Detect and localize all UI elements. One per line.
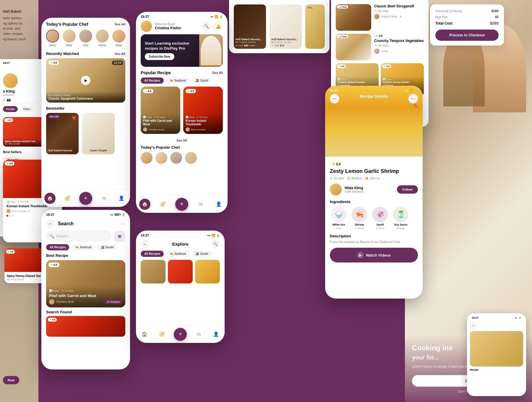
watched-video-card[interactable]: 12:24 ★ 4.8 ▶ By Angela Graham Classic S…: [46, 58, 125, 103]
best-recipe-bookmark[interactable]: 🔖: [118, 262, 123, 267]
see-all-recipes[interactable]: See All: [176, 139, 187, 142]
tiktok-icon[interactable]: ♪: [3, 98, 5, 102]
nav-compass-1[interactable]: 🧭: [62, 193, 73, 204]
korean-author: Elbert Kerluke: [191, 128, 206, 131]
chef-joey: Joey: [79, 30, 92, 47]
soy-img: 🫙: [393, 207, 408, 222]
subscribe-btn[interactable]: Subscribe Now: [145, 53, 174, 60]
explore-back-btn[interactable]: ←: [141, 239, 150, 248]
beef-stroganoff-row[interactable]: 📊 Easy Classic Beef Stroganoff ⏱ 20 mins…: [336, 4, 424, 31]
see-all-popular[interactable]: See All: [212, 71, 223, 74]
best-recipe-card[interactable]: ★ 4.5 🔖 📊 Easy ⏱ 15 mins Pilaf with Carr…: [46, 260, 125, 307]
video-rating-badge: ★ 4.8: [48, 61, 59, 65]
follow-btn[interactable]: Follow: [397, 185, 418, 194]
nav-add-feed[interactable]: +: [175, 198, 188, 211]
explore-search-btn[interactable]: 🔍: [211, 239, 220, 248]
tag-all-search[interactable]: All Recipes: [46, 244, 69, 250]
phone-bookshelf: Half Baked Harvest... By Tieghan Gerard …: [229, 0, 330, 53]
nav-cart-explore[interactable]: 🛍: [193, 329, 204, 340]
nav-compass-feed[interactable]: 🧭: [157, 199, 168, 210]
search-filter-icon[interactable]: ⊞: [114, 231, 125, 242]
nav-user-explore[interactable]: 👤: [210, 329, 222, 340]
nav-home-1[interactable]: 🏠: [44, 193, 56, 204]
search-input-wrapper[interactable]: 🔍 Search...: [46, 231, 112, 242]
book-harvest-top[interactable]: Half Baked Harvest... By Tieghan Gerard …: [234, 4, 266, 49]
tag-all-popular[interactable]: All Recipes: [141, 77, 164, 84]
tag-sushi-explore[interactable]: 🍱Sushi: [192, 251, 212, 257]
nav-add-explore[interactable]: +: [174, 328, 187, 341]
recipe-cards-row: ★ 4.5 📊 Easy ⏱ 15 mins Pilaf with Carrot…: [136, 87, 228, 134]
pilaf-card[interactable]: ★ 4.5 📊 Easy ⏱ 15 mins Pilaf with Carrot…: [141, 87, 180, 134]
heart-icon[interactable]: ❤️: [72, 116, 76, 120]
explore-card-3[interactable]: [195, 260, 220, 283]
book-simple-top[interactable]: Half Baked Harvest... By Tieghan Gerard …: [270, 4, 302, 49]
search-back-btn[interactable]: ←: [46, 219, 55, 228]
detail-back-btn[interactable]: ←: [330, 94, 339, 103]
user-avatar-home: [141, 21, 152, 32]
nav-home-explore[interactable]: 🏠: [139, 329, 150, 340]
tab-recipe[interactable]: Recipe: [3, 106, 18, 112]
promo-banner[interactable]: Start Learning exclusive recipes in DisP…: [141, 34, 223, 67]
search-magnify-icon: 🔍: [50, 234, 54, 239]
explore-card-2[interactable]: [168, 260, 193, 283]
nav-cart-feed[interactable]: 🛍: [195, 199, 206, 210]
tag-all-explore[interactable]: All Recipes: [141, 251, 164, 257]
description-title: Description: [330, 234, 418, 238]
spicy-rating-badge: ★4.5: [4, 118, 13, 122]
tag-seafood-search[interactable]: 🦐Seafood: [72, 244, 95, 250]
nav-user-1[interactable]: 👤: [116, 193, 127, 204]
instagram-icon[interactable]: 📷: [7, 98, 11, 102]
tag-seafood-popular[interactable]: 🦐Seafood: [166, 77, 189, 84]
nav-add-1[interactable]: +: [79, 192, 92, 205]
beef-author-avatar: [374, 14, 379, 19]
phone-search: 19:27 ▪▪▪WiFi🔋 ← Search ⋯ 🔍 Search... ⊞ …: [41, 210, 130, 369]
bottom-nav-explore: 🏠 🧭 + 🛍 👤: [136, 325, 225, 343]
korean-author-avatar: [186, 127, 190, 132]
see-all-watched[interactable]: See All: [115, 52, 125, 56]
beef-title: Classic Beef Stroganoff: [374, 4, 424, 8]
chef-bottom-2: [155, 152, 167, 164]
nav-home-feed[interactable]: 🏠: [139, 199, 150, 210]
detail-more-btn[interactable]: ⋯: [408, 94, 418, 103]
chef-name-rosa: Rosa: [116, 44, 122, 47]
search-found-card[interactable]: ★ 4.5: [46, 316, 125, 337]
book-top-title-2: Half Baked Harvest... By Tieghan Gerard …: [271, 38, 300, 47]
chef-bottom-3: [170, 152, 182, 164]
book-3-top[interactable]: The...: [305, 4, 325, 49]
korean-card[interactable]: ★ 4.5 📊 Easy ⏱ 20 mins Korean Instant Tt…: [183, 87, 223, 134]
play-button[interactable]: ▶: [81, 76, 90, 85]
book-harvest[interactable]: 50% Off ❤️ Half Baked Harvest: [46, 113, 79, 154]
beef-diff-badge: 📊 Easy: [337, 5, 348, 9]
best-sellers-title: Best Sellers: [3, 150, 22, 154]
search-more-icon[interactable]: ⋯: [121, 221, 125, 227]
status-icons-explore: ▪▪▪📶🔋: [207, 234, 220, 237]
nav-user-feed[interactable]: 👤: [213, 199, 224, 210]
see-all-chefs[interactable]: See All: [115, 22, 125, 26]
home-search-icon[interactable]: 🔍: [202, 22, 211, 31]
video-duration: 12:24: [112, 61, 123, 65]
tag-sushi-search[interactable]: 🍱Sushi: [97, 244, 117, 250]
pilaf-author-avatar: [143, 127, 147, 132]
tempura-title: Crunchy Tempura Vegetables: [374, 39, 424, 43]
book-simple[interactable]: Super Simple: [82, 113, 115, 154]
home-bell-icon[interactable]: 🔔: [213, 22, 223, 31]
total-label: Total Cost: [435, 21, 452, 25]
best-recipe-rating-badge: ★ 4.5: [48, 262, 59, 267]
status-bar-search: 19:27 ▪▪▪WiFi🔋: [41, 210, 130, 218]
tag-seafood-explore[interactable]: 🦐Seafood: [166, 251, 189, 257]
detail-bookmark-icon[interactable]: 🔖: [413, 103, 418, 108]
ingredient-rice: 🍚 White rice 1 Pet: [330, 207, 348, 230]
nav-compass-explore[interactable]: 🧭: [156, 329, 168, 340]
checkout-btn[interactable]: Process to Checkout: [435, 30, 499, 41]
tempura-row[interactable]: 📊 Easy ★4.5 Crunchy Tempura Vegetables ⏱…: [336, 34, 424, 60]
tab-video[interactable]: Video: [20, 106, 33, 112]
chef-roma: Roma: [96, 30, 109, 47]
explore-card-1[interactable]: [141, 260, 166, 283]
bestseller-section: Bestseller 50% Off ❤️ Half Baked Harvest…: [41, 105, 130, 155]
status-icons-search: ▪▪▪WiFi🔋: [110, 213, 125, 216]
watch-videos-btn[interactable]: ▶ Watch Videos: [330, 248, 418, 262]
small-back-btn[interactable]: ←: [470, 322, 477, 329]
tag-sushi-popular[interactable]: 🍱Sushi: [192, 77, 212, 84]
nav-cart-1[interactable]: 🛍: [98, 193, 110, 204]
now-button[interactable]: Now: [3, 376, 19, 384]
